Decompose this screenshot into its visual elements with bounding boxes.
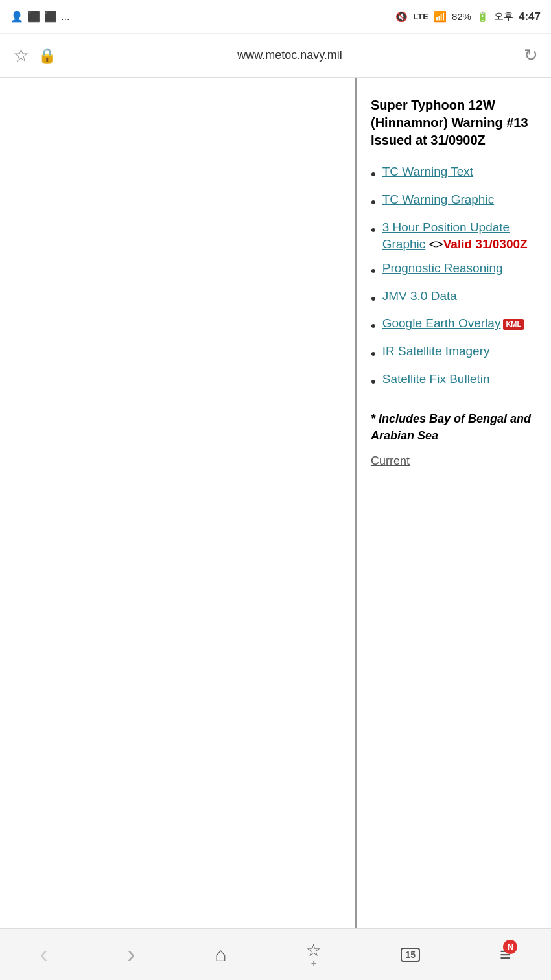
satellite-fix-link[interactable]: Satellite Fix Bulletin xyxy=(382,371,490,388)
tc-warning-text-link[interactable]: TC Warning Text xyxy=(382,163,473,181)
status-right-icons: 🔇 LTE 📶 82% 🔋 오후 4:47 xyxy=(395,10,541,23)
list-item-tc-text: • TC Warning Text xyxy=(371,163,537,185)
list-item-ir-satellite: • IR Satellite Imagery xyxy=(371,343,537,364)
tab-count-label: 15 xyxy=(401,948,420,962)
left-panel xyxy=(0,78,357,947)
current-label: Current xyxy=(371,454,537,468)
back-icon: ‹ xyxy=(40,941,47,968)
ir-satellite-link[interactable]: IR Satellite Imagery xyxy=(382,343,490,360)
menu-badge: N xyxy=(503,940,517,954)
tc-warning-graphic-link[interactable]: TC Warning Graphic xyxy=(382,191,494,209)
bullet-icon: • xyxy=(371,289,376,309)
prognostic-reasoning-link[interactable]: Prognostic Reasoning xyxy=(382,260,503,277)
valid-separator: <> xyxy=(429,237,443,251)
list-item-google-earth: • Google Earth OverlayKML xyxy=(371,315,537,336)
valid-label: Valid 31/0300Z xyxy=(443,237,528,251)
google-earth-link[interactable]: Google Earth Overlay xyxy=(382,316,501,330)
time-display: 4:47 xyxy=(519,10,541,23)
link-list: • TC Warning Text • TC Warning Graphic •… xyxy=(371,163,537,392)
content-area: Super Typhoon 12W (Hinnamnor) Warning #1… xyxy=(0,78,551,947)
bookmark-plus-icon: + xyxy=(311,958,316,968)
jmv-data-link[interactable]: JMV 3.0 Data xyxy=(382,288,457,305)
list-item-tc-graphic: • TC Warning Graphic xyxy=(371,191,537,213)
bullet-icon: • xyxy=(371,220,376,240)
reload-icon[interactable]: ↻ xyxy=(524,45,538,65)
status-bar: 👤 ⬛ ⬛ ... 🔇 LTE 📶 82% 🔋 오후 4:47 xyxy=(0,0,551,34)
battery-percent: 82% xyxy=(452,11,471,22)
back-button[interactable]: ‹ xyxy=(40,941,47,968)
section-title: Super Typhoon 12W (Hinnamnor) Warning #1… xyxy=(371,97,537,149)
mute-icon: 🔇 xyxy=(395,11,408,23)
home-button[interactable]: ⌂ xyxy=(215,944,226,966)
tabs-button[interactable]: 15 xyxy=(401,948,420,962)
browser-bar: ☆ 🔒 www.metoc.navy.mil ↻ xyxy=(0,34,551,78)
bullet-icon: • xyxy=(371,372,376,392)
list-item-3hour: • 3 Hour Position Update Graphic <>Valid… xyxy=(371,219,537,253)
lock-icon: 🔒 xyxy=(38,47,56,64)
app-icon-1: ⬛ xyxy=(27,10,40,23)
bottom-nav: ‹ › ⌂ ☆ + 15 ≡ N xyxy=(0,928,551,980)
person-icon: 👤 xyxy=(10,10,23,23)
status-left-icons: 👤 ⬛ ⬛ ... xyxy=(10,10,69,23)
url-bar[interactable]: www.metoc.navy.mil xyxy=(56,49,524,62)
bullet-icon: • xyxy=(371,316,376,336)
forward-icon: › xyxy=(127,941,135,968)
app-icon-2: ⬛ xyxy=(44,10,57,23)
bullet-icon: • xyxy=(371,261,376,281)
forward-button[interactable]: › xyxy=(127,941,135,968)
menu-button[interactable]: ≡ N xyxy=(500,944,511,966)
bullet-icon: • xyxy=(371,344,376,364)
more-icon: ... xyxy=(61,11,69,23)
list-item-satellite-fix: • Satellite Fix Bulletin xyxy=(371,371,537,392)
browser-left-buttons[interactable]: ☆ 🔒 xyxy=(13,45,56,66)
list-item-jmv: • JMV 3.0 Data xyxy=(371,288,537,309)
footnote: * Includes Bay of Bengal and Arabian Sea xyxy=(371,410,537,444)
signal-icon: 📶 xyxy=(434,10,447,23)
kml-badge: KML xyxy=(503,319,524,330)
lte-label: LTE xyxy=(413,12,428,21)
list-item-prognostic: • Prognostic Reasoning xyxy=(371,260,537,281)
bullet-icon: • xyxy=(371,165,376,185)
home-icon: ⌂ xyxy=(215,944,226,966)
bullet-icon: • xyxy=(371,192,376,213)
bookmark-icon[interactable]: ☆ xyxy=(13,45,29,66)
ampm-label: 오후 xyxy=(494,10,513,23)
bookmarks-button[interactable]: ☆ + xyxy=(306,940,321,968)
right-panel: Super Typhoon 12W (Hinnamnor) Warning #1… xyxy=(357,78,551,947)
battery-icon: 🔋 xyxy=(476,11,489,23)
